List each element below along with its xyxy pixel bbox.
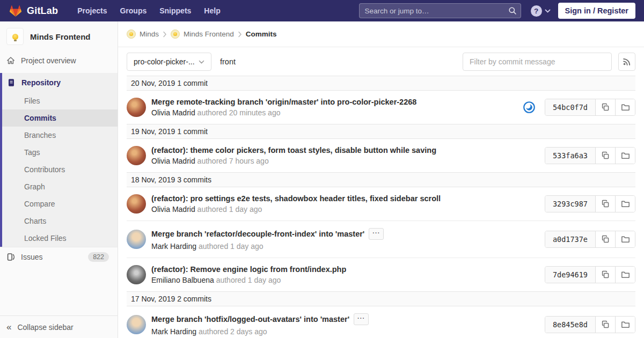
commits-toolbar: pro-color-picker-... front: [118, 47, 644, 76]
avatar[interactable]: [127, 98, 146, 117]
commit-title-link[interactable]: (refactor): Remove engine logic from fro…: [151, 265, 346, 274]
top-navbar: GitLab Projects Groups Snippets Help ? S…: [0, 0, 644, 21]
commit-sha[interactable]: 533fa6a3: [545, 148, 595, 164]
sidebar-item-label: Project overview: [21, 56, 76, 65]
gitlab-logo[interactable]: GitLab: [9, 4, 58, 18]
main-menu: Projects Groups Snippets Help: [71, 1, 227, 20]
copy-sha-button[interactable]: [595, 267, 615, 283]
commit-sha[interactable]: 54bc0f7d: [545, 99, 595, 115]
commit-sha[interactable]: 7de94619: [545, 267, 595, 283]
browse-files-button[interactable]: [615, 317, 635, 333]
commit-author-link[interactable]: Olivia Madrid: [151, 205, 195, 214]
copy-sha-button[interactable]: [595, 196, 615, 212]
chevron-down-icon: [199, 60, 204, 64]
browse-files-button[interactable]: [615, 231, 635, 247]
sidebar-section-repository: Repository Files Commits Branches Tags C…: [0, 73, 118, 247]
browse-files-button[interactable]: [615, 196, 635, 212]
commit-row: (refactor): Remove engine logic from fro…: [127, 258, 635, 291]
commit-meta-text: authored 1 day ago: [199, 242, 264, 251]
issues-count-badge: 822: [88, 252, 109, 262]
commit-date-header: 19 Nov, 2019 1 commit: [127, 124, 635, 139]
menu-groups[interactable]: Groups: [113, 1, 153, 20]
chevron-right-icon: [163, 31, 167, 38]
copy-icon: [601, 103, 610, 112]
expand-commit-description-button[interactable]: ···: [369, 228, 384, 240]
sidebar-item-issues[interactable]: Issues 822: [0, 247, 118, 267]
copy-icon: [601, 200, 610, 208]
project-sidebar: Minds Frontend Project overview Reposito…: [0, 21, 118, 338]
commit-meta-text: authored 7 hours ago: [197, 157, 269, 165]
copy-icon: [601, 151, 610, 160]
commit-list: 20 Nov, 2019 1 commit Merge remote-track…: [118, 76, 644, 338]
help-dropdown[interactable]: ?: [531, 5, 551, 17]
sidebar-item-label: Issues: [21, 253, 42, 261]
sidebar-item-compare[interactable]: Compare: [2, 195, 118, 212]
commit-title-link[interactable]: (refactor): pro settings e2e tests, shad…: [151, 194, 441, 203]
copy-sha-button[interactable]: [595, 317, 615, 333]
group-avatar: [127, 30, 136, 39]
collapse-sidebar-button[interactable]: « Collapse sidebar: [0, 315, 118, 338]
sidebar-item-project-overview[interactable]: Project overview: [0, 52, 118, 70]
commit-title-link[interactable]: Merge branch 'refactor/decouple-front-in…: [151, 230, 364, 238]
browse-files-button[interactable]: [615, 99, 635, 115]
sidebar-item-commits[interactable]: Commits: [2, 109, 118, 127]
sidebar-item-branches[interactable]: Branches: [2, 127, 118, 144]
menu-help[interactable]: Help: [197, 1, 226, 20]
commit-title-link[interactable]: Merge branch 'hotfix/logged-out-avatars'…: [151, 315, 349, 324]
commit-author-link[interactable]: Olivia Madrid: [151, 108, 195, 117]
commit-row: Merge branch 'refactor/decouple-front-in…: [127, 221, 635, 258]
avatar[interactable]: [127, 265, 146, 284]
expand-commit-description-button[interactable]: ···: [354, 313, 369, 325]
sidebar-item-graph[interactable]: Graph: [2, 178, 118, 195]
avatar[interactable]: [127, 230, 146, 249]
sidebar-item-files[interactable]: Files: [2, 92, 118, 109]
sidebar-item-locked-files[interactable]: Locked Files: [2, 230, 118, 247]
commit-title-link[interactable]: (refactor): theme color pickers, form to…: [151, 146, 436, 155]
commit-title-link[interactable]: Merge remote-tracking branch 'origin/mas…: [151, 98, 416, 106]
home-icon: [6, 56, 15, 65]
search-input[interactable]: [359, 3, 521, 18]
avatar[interactable]: [127, 194, 146, 214]
commit-sha[interactable]: a0d1737e: [545, 231, 595, 247]
copy-sha-button[interactable]: [595, 148, 615, 164]
commit-sha[interactable]: 3293c987: [545, 196, 595, 212]
menu-projects[interactable]: Projects: [71, 1, 113, 20]
commit-sha-group: 533fa6a3: [545, 147, 635, 164]
project-avatar-small: [171, 30, 180, 39]
sidebar-item-repository[interactable]: Repository: [2, 73, 118, 92]
sidebar-item-label: Repository: [21, 78, 61, 87]
rss-icon: [623, 57, 631, 66]
folder-icon: [621, 270, 630, 279]
search-icon: [508, 6, 517, 17]
commit-author-link[interactable]: Emiliano Balbuena: [151, 276, 214, 284]
gitlab-tanuki-icon: [9, 4, 23, 18]
commit-author-link[interactable]: Mark Harding: [151, 327, 196, 336]
sign-in-register-button[interactable]: Sign in / Register: [558, 3, 635, 19]
branch-selector-value: pro-color-picker-...: [134, 57, 195, 66]
breadcrumb-group[interactable]: Minds: [127, 30, 159, 39]
commit-sha[interactable]: 8e845e8d: [545, 317, 595, 333]
pipeline-status-running-icon[interactable]: [523, 101, 535, 113]
sidebar-project-link[interactable]: Minds Frontend: [0, 21, 118, 52]
menu-snippets[interactable]: Snippets: [153, 1, 197, 20]
sidebar-item-charts[interactable]: Charts: [2, 212, 118, 230]
chevron-down-icon: [545, 9, 551, 13]
commits-feed-button[interactable]: [618, 53, 635, 71]
main-content: Minds Minds Frontend Commits pro-color-p…: [118, 21, 644, 338]
copy-sha-button[interactable]: [595, 99, 615, 115]
sidebar-item-tags[interactable]: Tags: [2, 144, 118, 161]
avatar[interactable]: [127, 146, 146, 165]
commit-sha-group: 8e845e8d: [545, 316, 635, 333]
commit-author-link[interactable]: Olivia Madrid: [151, 157, 195, 165]
commit-sha-group: a0d1737e: [545, 231, 635, 248]
commit-filter-input[interactable]: [463, 53, 612, 71]
copy-sha-button[interactable]: [595, 231, 615, 247]
browse-files-button[interactable]: [615, 148, 635, 164]
commit-author-link[interactable]: Mark Harding: [151, 242, 196, 251]
branch-selector-dropdown[interactable]: pro-color-picker-...: [127, 53, 211, 71]
breadcrumb-project[interactable]: Minds Frontend: [171, 30, 234, 39]
avatar[interactable]: [127, 315, 146, 334]
browse-files-button[interactable]: [615, 267, 635, 283]
help-icon: ?: [531, 5, 542, 17]
sidebar-item-contributors[interactable]: Contributors: [2, 161, 118, 178]
